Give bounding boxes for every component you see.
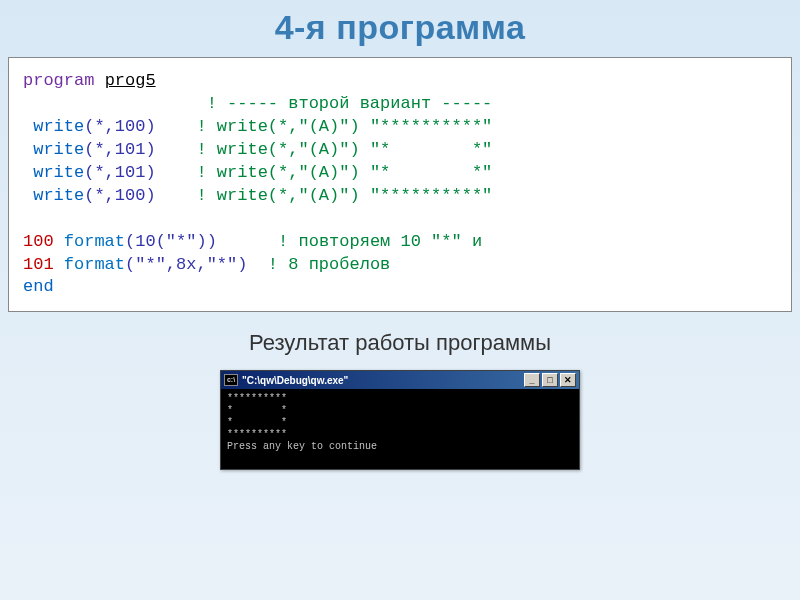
comment: ! ----- второй вариант ----- bbox=[207, 94, 493, 113]
close-button[interactable]: ✕ bbox=[560, 373, 576, 387]
console-wrap: c:\ "C:\qw\Debug\qw.exe" _ □ ✕ *********… bbox=[8, 370, 792, 470]
output-line: ********** bbox=[227, 429, 287, 440]
kw-format: format bbox=[64, 255, 125, 274]
kw-program: program bbox=[23, 71, 94, 90]
args: (*,100) bbox=[84, 117, 155, 136]
code-box: program prog5 ! ----- второй вариант ---… bbox=[8, 57, 792, 312]
label-num: 100 bbox=[23, 232, 54, 251]
args: (*,101) bbox=[84, 140, 155, 159]
minimize-button[interactable]: _ bbox=[524, 373, 540, 387]
args: (*,101) bbox=[84, 163, 155, 182]
output-line: Press any key to continue bbox=[227, 441, 377, 452]
kw-end: end bbox=[23, 277, 54, 296]
console-body: ********** * * * * ********** Press any … bbox=[221, 389, 579, 469]
comment: ! write(*,"(A)") "**********" bbox=[196, 186, 492, 205]
args: (10("*")) bbox=[125, 232, 217, 251]
args: (*,100) bbox=[84, 186, 155, 205]
titlebar-text: "C:\qw\Debug\qw.exe" bbox=[242, 375, 522, 386]
maximize-button[interactable]: □ bbox=[542, 373, 558, 387]
slide-title: 4-я программа bbox=[8, 8, 792, 47]
output-line: ********** bbox=[227, 393, 287, 404]
console-window: c:\ "C:\qw\Debug\qw.exe" _ □ ✕ *********… bbox=[220, 370, 580, 470]
output-line: * * bbox=[227, 417, 287, 428]
output-line: * * bbox=[227, 405, 287, 416]
kw-format: format bbox=[64, 232, 125, 251]
result-subtitle: Результат работы программы bbox=[8, 330, 792, 356]
kw-write: write bbox=[33, 140, 84, 159]
comment: ! write(*,"(A)") "* *" bbox=[196, 140, 492, 159]
console-icon: c:\ bbox=[224, 374, 238, 386]
slide: 4-я программа program prog5 ! ----- втор… bbox=[0, 0, 800, 600]
comment: ! write(*,"(A)") "* *" bbox=[196, 163, 492, 182]
comment: ! 8 пробелов bbox=[268, 255, 390, 274]
args: ("*",8x,"*") bbox=[125, 255, 247, 274]
kw-write: write bbox=[33, 186, 84, 205]
titlebar: c:\ "C:\qw\Debug\qw.exe" _ □ ✕ bbox=[221, 371, 579, 389]
label-num: 101 bbox=[23, 255, 54, 274]
kw-write: write bbox=[33, 163, 84, 182]
kw-write: write bbox=[33, 117, 84, 136]
program-name: prog5 bbox=[105, 71, 156, 90]
comment: ! повторяем 10 "*" и bbox=[278, 232, 482, 251]
comment: ! write(*,"(A)") "**********" bbox=[196, 117, 492, 136]
